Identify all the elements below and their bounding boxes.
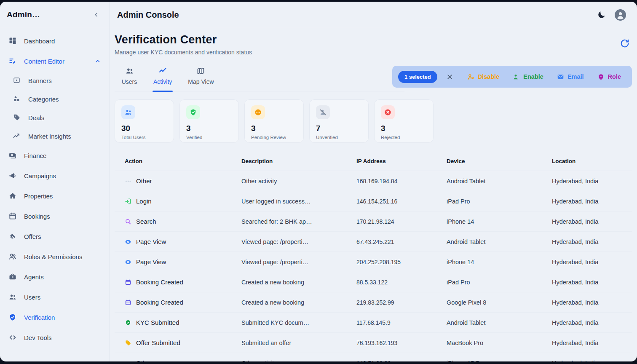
sidebar-item-properties[interactable]: Properties: [4, 187, 105, 205]
sidebar-item-market-insights[interactable]: Market Insights: [4, 128, 105, 145]
sidebar-nav: Dashboard Content Editor Banners Categor…: [0, 28, 109, 352]
stat-label: Unverified: [316, 135, 362, 140]
eye-icon: [125, 259, 131, 265]
stats-row: 30 Total Users 3 Verified 3 Pending Revi…: [115, 99, 632, 143]
brand-title: Admin…: [7, 10, 40, 19]
action-text: Login: [136, 198, 152, 205]
table-row: Login User logged in success… 146.154.25…: [115, 191, 632, 211]
table-row: Booking Created Created a new booking 21…: [115, 292, 632, 313]
sidebar-item-label: Properties: [24, 193, 53, 200]
table-header: Action Description IP Address Device Loc…: [115, 152, 632, 171]
avatar: [615, 9, 626, 21]
col-device: Device: [447, 158, 552, 164]
sidebar-item-campaigns[interactable]: Campaigns: [4, 166, 105, 185]
col-ip-address: IP Address: [356, 158, 447, 164]
device-text: iPad Pro: [447, 198, 552, 205]
stat-card-verified: 3 Verified: [179, 99, 239, 143]
enable-button[interactable]: Enable: [510, 73, 546, 81]
table-row: Search Searched for: 2 BHK ap… 170.21.98…: [115, 211, 632, 232]
tab-users[interactable]: Users: [115, 66, 144, 91]
email-button[interactable]: Email: [554, 73, 586, 81]
dark-mode-toggle[interactable]: [597, 10, 606, 19]
action-text: Offer Submitted: [136, 339, 180, 346]
calendar-icon: [8, 212, 17, 220]
description-text: Submitted KYC docum…: [241, 319, 356, 326]
handshake-icon: [8, 232, 17, 241]
tag-icon: [13, 113, 21, 122]
location-text: Hyderabad, India: [552, 178, 632, 185]
sidebar-item-verification[interactable]: Verification: [4, 308, 105, 327]
sidebar-item-label: Finance: [24, 152, 46, 159]
stat-label: Pending Review: [251, 135, 297, 140]
description-text: Viewed page: /properti…: [241, 238, 356, 245]
role-button[interactable]: Role: [595, 73, 624, 81]
disable-button[interactable]: Disable: [465, 73, 502, 81]
sidebar-item-agents[interactable]: Agents: [4, 268, 105, 286]
col-action: Action: [125, 158, 241, 164]
user-slash-icon: [316, 105, 330, 119]
sidebar-item-label: Deals: [28, 114, 44, 121]
users-outline-icon: [8, 252, 17, 261]
briefcase-icon: [8, 273, 17, 281]
home-icon: [8, 192, 17, 200]
location-text: Hyderabad, India: [552, 360, 632, 362]
location-text: Hyderabad, India: [552, 198, 632, 205]
location-text: Hyderabad, India: [552, 259, 632, 265]
user-x-icon: [467, 73, 474, 80]
sidebar-item-finance[interactable]: Finance: [4, 146, 105, 165]
stat-value: 3: [186, 124, 232, 133]
activity-table: Action Description IP Address Device Loc…: [115, 152, 632, 361]
clear-selection-button[interactable]: [446, 73, 454, 81]
user-check-icon: [513, 73, 520, 80]
device-text: MacBook Pro: [447, 340, 552, 346]
description-text: Submitted an offer: [241, 340, 356, 346]
activity-icon: [158, 67, 167, 75]
selection-toolbar: 1 selected Disable Enable Email: [392, 66, 632, 88]
tab-list: Users Activity Map View: [115, 66, 404, 91]
sidebar-item-categories[interactable]: Categories: [4, 91, 105, 107]
action-text: KYC Submitted: [136, 319, 179, 326]
sidebar-item-content-editor[interactable]: Content Editor: [4, 52, 105, 70]
sidebar-item-users[interactable]: Users: [4, 288, 105, 306]
ip-text: 204.252.208.195: [356, 259, 447, 265]
sidebar-item-label: Users: [24, 294, 40, 301]
description-text: Searched for: 2 BHK ap…: [241, 218, 356, 225]
device-text: Android Tablet: [447, 319, 552, 326]
shield-check-icon: [186, 105, 200, 119]
refresh-icon: [620, 39, 629, 48]
action-text: Booking Created: [136, 299, 183, 306]
sidebar-item-label: Offers: [24, 233, 41, 240]
ip-text: 67.43.245.221: [356, 238, 447, 245]
sidebar-item-label: Categories: [28, 96, 59, 103]
user-menu-button[interactable]: [615, 9, 626, 21]
sidebar-item-label: Roles & Permissions: [24, 253, 82, 260]
tab-label: Activity: [153, 78, 172, 85]
stat-card-pending-review: 3 Pending Review: [244, 99, 304, 143]
sidebar-item-deals[interactable]: Deals: [4, 109, 105, 126]
device-text: iPhone 14: [447, 259, 552, 265]
shapes-icon: [13, 95, 21, 103]
sidebar-item-label: Agents: [24, 273, 44, 281]
stat-value: 7: [316, 124, 362, 133]
sidebar-item-bookings[interactable]: Bookings: [4, 207, 105, 225]
sidebar-item-roles-permissions[interactable]: Roles & Permissions: [4, 247, 105, 266]
sidebar-collapse-button[interactable]: [92, 11, 101, 19]
action-label: Enable: [523, 73, 543, 80]
table-row: Other Other activity 168.169.194.84 Andr…: [115, 171, 632, 191]
stat-card-rejected: 3 Rejected: [374, 99, 434, 143]
sidebar-item-dashboard[interactable]: Dashboard: [4, 32, 105, 50]
sidebar-item-offers[interactable]: Offers: [4, 227, 105, 246]
eye-icon: [125, 238, 131, 245]
ip-text: 117.68.145.9: [356, 319, 447, 326]
tab-activity[interactable]: Activity: [147, 66, 179, 91]
location-text: Hyderabad, India: [552, 218, 632, 225]
sidebar-item-dev-tools[interactable]: Dev Tools: [4, 328, 105, 347]
ip-text: 168.169.194.84: [356, 178, 447, 185]
stat-label: Total Users: [121, 135, 167, 140]
sidebar-item-banners[interactable]: Banners: [4, 72, 105, 89]
tab-map-view[interactable]: Map View: [181, 66, 220, 91]
refresh-button[interactable]: [618, 38, 632, 48]
sidebar: Admin… Dashboard Content Editor Banners: [0, 2, 110, 361]
table-row: Booking Created Created a new booking 88…: [115, 272, 632, 292]
page-head: Verification Center Manage user KYC docu…: [115, 32, 632, 56]
